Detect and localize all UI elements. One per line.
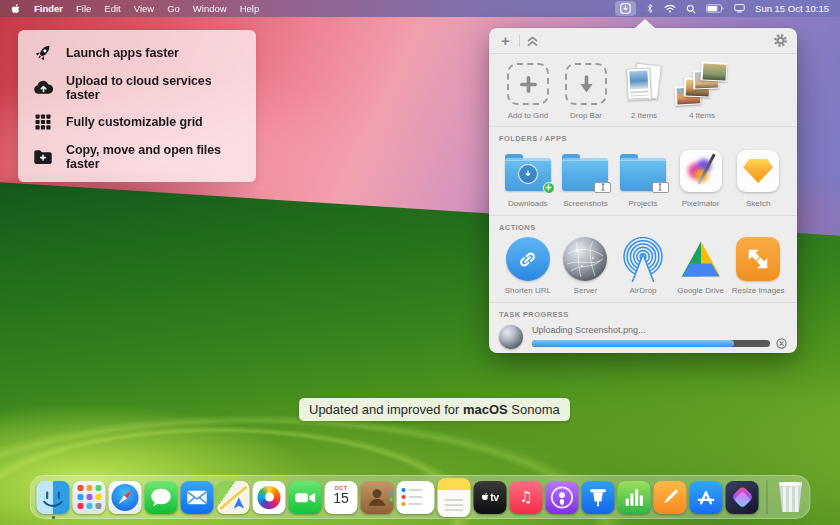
menu-window[interactable]: Window (193, 3, 227, 14)
dock-music[interactable]: ♫ (510, 481, 543, 514)
app-store-icon (690, 481, 723, 514)
feature-upload-cloud: Upload to cloud services faster (18, 74, 256, 102)
chevrons-up-icon[interactable] (526, 35, 539, 47)
menubar-clock[interactable]: Sun 15 Oct 10:15 (755, 3, 829, 14)
pixelmator-app-icon (680, 150, 722, 192)
item-label: Resize Images (732, 286, 785, 295)
drop-target-drop-bar[interactable]: Drop Bar (557, 61, 615, 120)
menu-go[interactable]: Go (167, 3, 180, 14)
menu-file[interactable]: File (76, 3, 91, 14)
dock-mail[interactable] (181, 481, 214, 514)
dock-tv[interactable]: tv (474, 481, 507, 514)
feature-launch-apps: Launch apps faster (18, 41, 256, 65)
dock-divider (767, 480, 768, 514)
photos-flower-icon (258, 486, 281, 509)
folder-downloads[interactable]: Downloads (499, 147, 557, 208)
tv-label: tv (490, 491, 499, 503)
feature-label: Copy, move and open files faster (66, 143, 243, 171)
screenshots-folder-icon (562, 158, 608, 191)
dock-keynote[interactable] (582, 481, 615, 514)
action-resize-images[interactable]: Resize Images (729, 236, 787, 295)
search-icon[interactable] (686, 4, 696, 14)
task-avatar-globe-icon (499, 325, 523, 349)
dock-shortcuts[interactable] (726, 481, 759, 514)
apple-menu-icon[interactable] (11, 3, 21, 15)
drop-target-add-to-grid[interactable]: Add to Grid (499, 61, 557, 120)
bluetooth-icon[interactable] (646, 3, 654, 14)
feature-custom-grid: Fully customizable grid (18, 110, 256, 134)
drop-target-label: 4 Items (689, 111, 715, 120)
dock-finder[interactable] (37, 481, 70, 514)
gear-icon[interactable] (773, 33, 788, 48)
pages-pen-icon (654, 481, 687, 514)
menu-bar-status: Sun 15 Oct 10:15 (615, 1, 829, 16)
menu-help[interactable]: Help (240, 3, 260, 14)
dock-numbers[interactable] (618, 481, 651, 514)
menu-bar-left: Finder File Edit View Go Window Help (11, 3, 259, 15)
feature-list-overlay: Launch apps faster Upload to cloud servi… (18, 30, 256, 182)
display-icon[interactable] (734, 4, 745, 13)
drop-targets-row: Add to Grid Drop Bar 2 Items (489, 54, 797, 127)
dock-pages[interactable] (654, 481, 687, 514)
document-stack-icon (624, 62, 664, 106)
menu-app-name[interactable]: Finder (34, 3, 63, 14)
dropzone-menubar-icon[interactable] (615, 1, 636, 16)
folder-projects[interactable]: Projects (614, 147, 672, 208)
airdrop-icon (621, 237, 665, 282)
folder-plus-icon (31, 145, 55, 169)
dock-photos[interactable] (253, 481, 286, 514)
app-pixelmator[interactable]: Pixelmator (672, 147, 730, 208)
shorten-url-icon (506, 237, 550, 281)
caption-bold: macOS (463, 402, 508, 417)
item-label: Google Drive (677, 286, 724, 295)
drop-target-4-items[interactable]: 4 Items (673, 61, 731, 120)
drop-target-label: 2 Items (631, 111, 657, 120)
action-airdrop[interactable]: AirDrop (614, 236, 672, 295)
section-header: FOLDERS / APPS (499, 127, 787, 143)
cancel-task-icon[interactable] (776, 338, 787, 349)
progress-bar (532, 340, 770, 347)
dock-podcasts[interactable] (546, 481, 579, 514)
battery-icon[interactable] (706, 4, 724, 13)
folder-screenshots[interactable]: Screenshots (557, 147, 615, 208)
download-arrow-icon (518, 164, 538, 184)
add-button[interactable]: + (498, 33, 513, 48)
sketch-app-icon (737, 150, 779, 192)
dock-app-store[interactable] (690, 481, 723, 514)
feature-label: Launch apps faster (66, 46, 179, 60)
dock-facetime[interactable] (289, 481, 322, 514)
item-label: Sketch (746, 199, 770, 208)
dock-messages[interactable] (145, 481, 178, 514)
app-sketch[interactable]: Sketch (729, 147, 787, 208)
dock-contacts[interactable] (361, 481, 394, 514)
finder-icon (37, 481, 70, 514)
dock-maps[interactable] (217, 481, 250, 514)
menu-view[interactable]: View (134, 3, 154, 14)
rename-field-badge (594, 182, 611, 193)
action-shorten-url[interactable]: Shorten URL (499, 236, 557, 295)
action-server[interactable]: Server (557, 236, 615, 295)
apple-logo-icon (481, 492, 489, 502)
dock-reminders[interactable] (397, 481, 435, 514)
dock-safari[interactable] (109, 481, 142, 514)
menu-edit[interactable]: Edit (104, 3, 120, 14)
rocket-icon (31, 41, 55, 65)
toolbar-divider (519, 35, 520, 47)
wifi-icon[interactable] (664, 4, 676, 13)
drop-target-2-items[interactable]: 2 Items (615, 61, 673, 120)
task-row: Uploading Screenshot.png... (499, 319, 787, 357)
feature-copy-move: Copy, move and open files faster (18, 143, 256, 171)
launchpad-icon (77, 485, 101, 509)
add-dashed-icon (507, 63, 549, 105)
dock-notes[interactable] (438, 478, 471, 517)
action-google-drive[interactable]: Google Drive (672, 236, 730, 295)
section-header: ACTIONS (499, 216, 787, 232)
dock-launchpad[interactable] (73, 481, 106, 514)
trash-icon[interactable] (778, 482, 804, 512)
dock-calendar[interactable]: OCT15 (325, 481, 358, 514)
mail-envelope-icon (181, 481, 214, 514)
photo-stack-icon (675, 62, 729, 106)
section-header: TASK PROGRESS (499, 303, 787, 319)
arrow-down-dashed-icon (565, 63, 607, 105)
item-label: AirDrop (629, 286, 656, 295)
